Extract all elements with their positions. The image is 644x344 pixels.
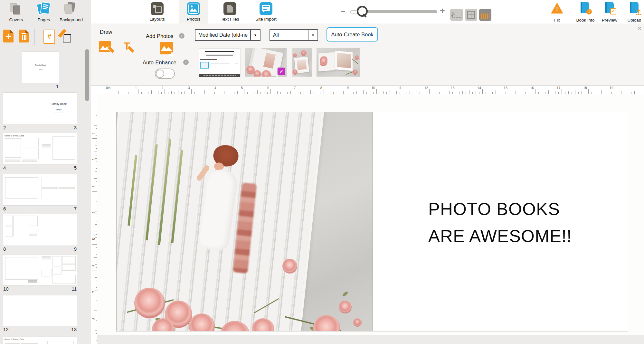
draw-text-button[interactable]: T — [120, 40, 133, 53]
tab-site-import[interactable]: Site Import — [251, 0, 281, 23]
photo-thumb-book-cover[interactable]: ✓ — [245, 48, 287, 77]
filter-dropdown[interactable]: All ▼ — [270, 29, 318, 41]
pages-tool-label[interactable]: Pages — [33, 17, 54, 22]
close-icon[interactable]: × — [638, 24, 641, 32]
bubble-tail-shape — [263, 11, 265, 13]
page-text-block[interactable]: PHOTO BOOKS ARE AWESOME!! — [428, 195, 572, 249]
covers-tool-label[interactable]: Covers — [6, 17, 26, 22]
ruler-tick — [95, 224, 97, 225]
auto-create-book-button[interactable]: Auto-Create Book — [327, 27, 378, 42]
ruler-tick — [95, 119, 97, 119]
background-icon[interactable] — [64, 2, 77, 15]
ruler-label: 5 — [92, 236, 96, 243]
placeholder-box — [22, 138, 39, 147]
book-icon: i — [581, 2, 589, 13]
ruler-tick — [270, 89, 271, 94]
sidebar: Covers Pages Background — [0, 0, 91, 344]
cover-title: Family Book — [22, 64, 59, 66]
page-thumb-spread-4-5[interactable]: Name of Event, Date — [3, 133, 77, 165]
page-numbers-button[interactable]: # — [43, 30, 55, 44]
covers-icon[interactable] — [10, 3, 22, 15]
cover-year: 2015 — [22, 69, 59, 70]
site-import-icon — [260, 2, 272, 15]
canvas-workspace[interactable]: PHOTO BOOKS ARE AWESOME!! — [97, 94, 644, 344]
rose-bud-shape — [339, 301, 352, 313]
page-thumb-spread-8-9[interactable] — [3, 214, 77, 246]
ruler-label: 3 — [181, 86, 190, 90]
grid-button[interactable] — [465, 9, 477, 21]
subtitle-line-shape — [54, 113, 63, 113]
draw-image-button[interactable] — [99, 41, 111, 52]
rose-shape — [134, 288, 165, 318]
ruler-tick — [92, 138, 97, 139]
thumb-page-13 — [40, 295, 77, 326]
placeholder-box — [5, 216, 13, 226]
spread-right-page[interactable]: PHOTO BOOKS ARE AWESOME!! — [373, 112, 628, 331]
cover-photo-shape — [263, 53, 276, 69]
selected-check-badge[interactable]: ✓ — [278, 68, 285, 75]
measure-button[interactable] — [479, 9, 491, 21]
background-tool-label[interactable]: Background — [58, 17, 84, 22]
add-page-button[interactable] — [3, 30, 14, 42]
ruler-label: 2 — [154, 86, 163, 90]
ruler-tick — [95, 330, 97, 330]
rose-bud-shape — [353, 318, 362, 327]
zoom-slider-handle-magnifier-icon[interactable] — [357, 6, 368, 17]
ruler-label: 14 — [472, 86, 481, 90]
ruler-label: 3 — [92, 183, 96, 190]
upload-button[interactable] — [630, 2, 639, 13]
ruler-tick — [94, 257, 97, 258]
ruler-tick — [94, 125, 97, 126]
tab-photos[interactable]: Photos — [179, 0, 208, 23]
fix-button[interactable]: ! — [551, 3, 563, 14]
ruler-tick — [429, 89, 430, 94]
ruler-tick — [138, 89, 138, 94]
eyedropper-button[interactable] — [59, 29, 71, 43]
tab-text-files[interactable]: Text Files — [215, 0, 245, 23]
tab-label: Photos — [179, 17, 208, 22]
placeholder-box — [5, 257, 38, 280]
auto-enhance-toggle[interactable] — [155, 69, 175, 79]
ruler-tick — [456, 89, 456, 94]
zoom-out-button[interactable]: − — [341, 7, 345, 16]
tab-layouts[interactable]: Layouts — [142, 0, 172, 23]
ruler-bars-icon — [481, 14, 489, 19]
girl-dress-shape — [198, 168, 239, 251]
photo-thumb-card[interactable] — [292, 48, 312, 77]
page-number: 1 — [48, 84, 59, 89]
ruler-tick — [95, 291, 97, 291]
trim-lines-button[interactable]: ✂ — [450, 9, 463, 21]
add-photos-info-icon[interactable]: i — [179, 33, 185, 39]
ruler-tick — [94, 311, 97, 311]
doc-footer-text-shape — [204, 75, 236, 76]
sidebar-scrollbar[interactable] — [85, 49, 89, 101]
caption-lines-shape — [29, 227, 37, 236]
page-thumb-spread-14-15[interactable]: Name of Event, Date — [3, 337, 77, 344]
page-thumb-spread-2-3[interactable]: Family Book 2015 — [3, 92, 77, 124]
page-thumb-spread-10-11[interactable] — [3, 254, 77, 286]
book-spread[interactable]: PHOTO BOOKS ARE AWESOME!! — [116, 112, 628, 331]
thumb-page-4: Name of Event, Date — [3, 133, 40, 164]
pages-icon[interactable] — [37, 2, 50, 15]
delete-page-button[interactable] — [19, 30, 29, 42]
spread-left-page-photo[interactable] — [117, 112, 373, 331]
page-thumb-spread-12-13[interactable] — [3, 295, 77, 326]
preview-button[interactable]: ✓ — [605, 2, 614, 13]
placeholder-box — [47, 341, 74, 344]
photo-thumb-open-book[interactable] — [317, 48, 360, 77]
photos-panel: Draw T Add Photos i Auto-Enhance i Modif… — [91, 23, 644, 85]
page-thumb-spread-6-7[interactable] — [3, 174, 77, 206]
sort-dropdown[interactable]: Modified Date (old-ne ▼ — [195, 29, 260, 41]
ruler-tick — [95, 251, 97, 251]
book-info-button[interactable]: i — [581, 2, 589, 13]
caption-lines-shape — [42, 256, 51, 265]
photo-thumb-template-doc[interactable] — [199, 48, 241, 77]
ruler-label: 8 — [313, 86, 322, 90]
placeholder-box — [52, 256, 62, 266]
add-photos-button[interactable] — [160, 42, 173, 54]
book-page-shape — [335, 51, 353, 71]
auto-enhance-info-icon[interactable]: i — [183, 60, 189, 65]
ruler-tick — [95, 198, 97, 198]
zoom-in-button[interactable]: + — [440, 6, 445, 16]
page-thumb-cover[interactable]: Family Book 2015 — [22, 51, 59, 83]
